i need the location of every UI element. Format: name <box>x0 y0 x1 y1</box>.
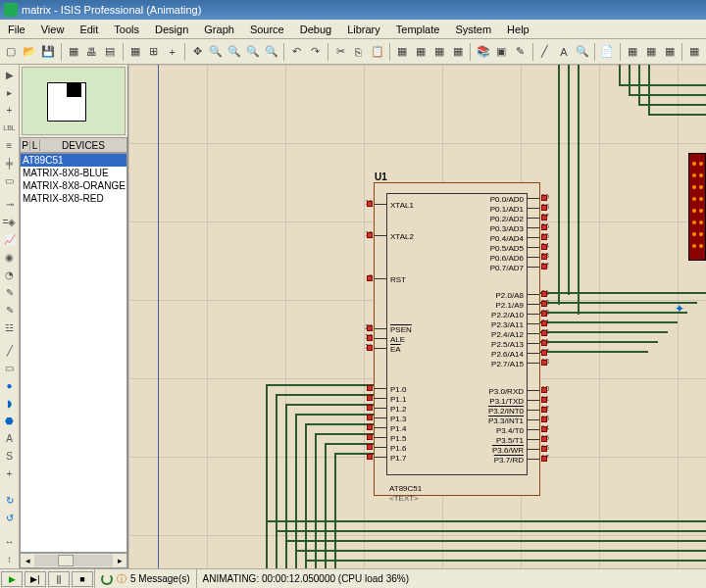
print-icon[interactable]: 🖶 <box>83 42 100 62</box>
pin-pad[interactable] <box>541 340 547 346</box>
wire-icon[interactable]: ╱ <box>537 42 554 62</box>
zoom-out-icon[interactable]: 🔍 <box>227 42 243 62</box>
stop-button[interactable]: ■ <box>72 571 93 587</box>
pin-pad[interactable] <box>541 320 547 326</box>
menu-source[interactable]: Source <box>242 22 292 37</box>
mirror-h-icon[interactable]: ↔ <box>2 534 18 550</box>
pin-icon[interactable]: =◈ <box>2 215 18 230</box>
pin-pad[interactable] <box>541 254 547 260</box>
graph-icon[interactable]: 📈 <box>2 232 18 248</box>
menu-file[interactable]: File <box>0 22 33 37</box>
play-button[interactable]: ▶ <box>1 571 23 587</box>
block-rotate-icon[interactable]: ▦ <box>431 42 448 62</box>
pin-pad[interactable] <box>541 234 547 240</box>
probe-i-icon[interactable]: ✎ <box>2 303 18 318</box>
pin-pad[interactable] <box>367 345 373 351</box>
device-item[interactable]: MATRIX-8X8-ORANGE <box>21 179 126 192</box>
zoom-in-icon[interactable]: 🔍 <box>208 42 225 62</box>
pin-pad[interactable] <box>541 436 547 442</box>
netlist-icon[interactable]: ▦ <box>625 42 641 62</box>
pin-pad[interactable] <box>367 424 373 430</box>
scroll-thumb[interactable] <box>58 555 74 566</box>
block-delete-icon[interactable]: ▦ <box>450 42 467 62</box>
probe-v-icon[interactable]: ✎ <box>2 285 18 301</box>
pin-pad[interactable] <box>541 311 547 317</box>
package-icon[interactable]: ▣ <box>493 42 510 62</box>
save-icon[interactable]: 💾 <box>40 42 57 62</box>
marker-icon[interactable]: + <box>2 466 18 482</box>
undo-icon[interactable]: ↶ <box>288 42 305 62</box>
text-2d-icon[interactable]: A <box>2 431 18 447</box>
pin-pad[interactable] <box>541 350 547 356</box>
pin-pad[interactable] <box>367 405 373 411</box>
zoom-fit-icon[interactable]: 🔍 <box>245 42 262 62</box>
pin-pad[interactable] <box>541 360 547 366</box>
text-script-icon[interactable]: ≡ <box>2 138 18 154</box>
pin-pad[interactable] <box>541 387 547 393</box>
path-icon[interactable]: ⬣ <box>2 414 18 429</box>
pin-pad[interactable] <box>541 195 547 201</box>
grid-icon[interactable]: ⊞ <box>146 42 163 62</box>
bus-icon[interactable]: ╪ <box>2 156 18 172</box>
schematic-canvas[interactable]: U1 AT89C51 <TEXT> 19XTAL118XTAL29RST29PS… <box>127 65 706 568</box>
page-icon[interactable]: ▤ <box>102 42 119 62</box>
report-icon[interactable]: 📄 <box>599 42 616 62</box>
pin-pad[interactable] <box>367 232 373 238</box>
ares-icon[interactable]: ▦ <box>686 42 703 62</box>
pin-pad[interactable] <box>541 407 547 413</box>
rotate-ccw-icon[interactable]: ↺ <box>2 511 18 526</box>
new-icon[interactable]: ▢ <box>3 42 20 62</box>
menu-help[interactable]: Help <box>499 22 537 37</box>
open-icon[interactable]: 📂 <box>22 42 38 62</box>
scroll-left-icon[interactable]: ◂ <box>21 556 34 565</box>
library-icon[interactable]: 📚 <box>475 42 491 62</box>
pin-pad[interactable] <box>541 205 547 211</box>
menu-graph[interactable]: Graph <box>196 22 242 37</box>
led-matrix[interactable] <box>688 153 706 261</box>
pin-pad[interactable] <box>541 397 547 403</box>
rotate-cw-icon[interactable]: ↻ <box>2 493 18 509</box>
terminal-icon[interactable]: ⊸ <box>2 197 18 213</box>
tape-icon[interactable]: ◉ <box>2 250 18 266</box>
menu-library[interactable]: Library <box>339 22 388 37</box>
pause-button[interactable]: || <box>48 571 70 587</box>
devices-list[interactable]: AT89C51 MATRIX-8X8-BLUE MATRIX-8X8-ORANG… <box>20 153 127 553</box>
menu-edit[interactable]: Edit <box>72 22 106 37</box>
l-button[interactable]: L <box>30 140 40 151</box>
block-move-icon[interactable]: ▦ <box>413 42 429 62</box>
box-icon[interactable]: ▭ <box>2 361 18 376</box>
pin-pad[interactable] <box>541 426 547 432</box>
pin-pad[interactable] <box>541 224 547 230</box>
menu-system[interactable]: System <box>447 22 499 37</box>
overview-window[interactable] <box>22 67 126 135</box>
label-icon[interactable]: LBL <box>2 121 18 136</box>
pin-pad[interactable] <box>367 434 373 440</box>
block-copy-icon[interactable]: ▦ <box>394 42 411 62</box>
select-icon[interactable]: ▶ <box>2 68 18 83</box>
circle-icon[interactable]: ● <box>2 378 18 394</box>
menu-design[interactable]: Design <box>147 22 196 37</box>
refresh-icon[interactable]: ▦ <box>127 42 144 62</box>
zoom-area-icon[interactable]: 🔍 <box>263 42 279 62</box>
print-area-icon[interactable]: ▦ <box>65 42 81 62</box>
pin-pad[interactable] <box>367 454 373 460</box>
device-item-selected[interactable]: AT89C51 <box>21 154 126 167</box>
menu-template[interactable]: Template <box>388 22 448 37</box>
pin-pad[interactable] <box>367 444 373 450</box>
panel-scrollbar[interactable]: ◂ ▸ <box>20 553 127 568</box>
erc-icon[interactable]: ▦ <box>642 42 659 62</box>
redo-icon[interactable]: ↷ <box>307 42 324 62</box>
menu-tools[interactable]: Tools <box>106 22 147 37</box>
cut-icon[interactable]: ✂ <box>332 42 349 62</box>
scroll-right-icon[interactable]: ▸ <box>113 556 126 565</box>
component-icon[interactable]: ▸ <box>2 85 18 101</box>
pin-pad[interactable] <box>541 301 547 307</box>
pan-icon[interactable]: ✥ <box>189 42 206 62</box>
pin-pad[interactable] <box>541 416 547 422</box>
step-button[interactable]: ▶| <box>25 571 46 587</box>
pin-pad[interactable] <box>541 456 547 462</box>
pin-pad[interactable] <box>367 395 373 401</box>
pin-pad[interactable] <box>541 446 547 452</box>
line-icon[interactable]: ╱ <box>2 343 18 359</box>
search-icon[interactable]: 🔍 <box>574 42 590 62</box>
